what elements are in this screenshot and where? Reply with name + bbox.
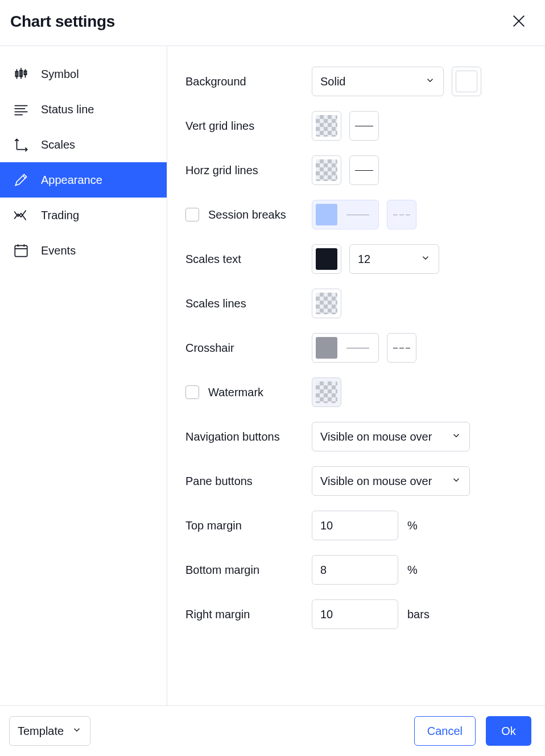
trading-icon <box>13 207 30 224</box>
sidebar-item-status-line[interactable]: Status line <box>0 92 167 127</box>
vert-grid-label: Vert grid lines <box>185 120 312 133</box>
ok-button[interactable]: Ok <box>486 716 531 746</box>
scales-text-label: Scales text <box>185 253 312 266</box>
watermark-label: Watermark <box>208 386 263 399</box>
top-margin-label: Top margin <box>185 519 312 532</box>
sidebar-item-events[interactable]: Events <box>0 233 167 268</box>
horz-grid-line-style[interactable] <box>349 155 379 185</box>
sidebar-item-label: Appearance <box>41 174 102 187</box>
right-margin-unit: bars <box>407 608 430 621</box>
sidebar-item-label: Events <box>41 244 76 257</box>
crosshair-dash-style[interactable] <box>387 333 416 363</box>
background-color-swatch[interactable] <box>452 67 481 96</box>
settings-content: Background Solid Vert grid lines <box>167 46 545 705</box>
chart-settings-dialog: Chart settings Symbol Status line <box>0 0 545 756</box>
bottom-margin-unit: % <box>407 564 418 577</box>
chevron-down-icon <box>451 475 461 488</box>
close-icon <box>511 13 527 31</box>
dialog-title: Chart settings <box>10 13 115 31</box>
sidebar-item-label: Symbol <box>41 68 79 81</box>
vert-grid-line-style[interactable] <box>349 111 379 141</box>
sidebar-item-label: Trading <box>41 209 79 222</box>
top-margin-input[interactable] <box>312 511 398 540</box>
background-label: Background <box>185 75 312 88</box>
bottom-margin-input[interactable] <box>312 555 398 585</box>
session-breaks-dash-style[interactable] <box>387 200 416 229</box>
cancel-button[interactable]: Cancel <box>414 716 476 746</box>
sidebar-item-label: Status line <box>41 103 94 116</box>
nav-buttons-select[interactable]: Visible on mouse over <box>312 422 470 451</box>
top-margin-unit: % <box>407 519 418 532</box>
bottom-margin-label: Bottom margin <box>185 564 312 577</box>
crosshair-color-line[interactable] <box>312 333 379 363</box>
horz-grid-color-swatch[interactable] <box>312 155 341 185</box>
right-margin-label: Right margin <box>185 608 312 621</box>
svg-rect-0 <box>15 245 27 256</box>
nav-buttons-label: Navigation buttons <box>185 430 312 443</box>
background-type-select[interactable]: Solid <box>312 67 444 96</box>
sidebar-item-trading[interactable]: Trading <box>0 198 167 233</box>
sidebar-item-label: Scales <box>41 138 75 151</box>
sidebar: Symbol Status line Scales Appearance <box>0 46 167 705</box>
sidebar-item-appearance[interactable]: Appearance <box>0 162 167 198</box>
session-breaks-label: Session breaks <box>208 208 286 221</box>
status-line-icon <box>13 101 30 118</box>
close-button[interactable] <box>509 11 529 32</box>
pane-buttons-select[interactable]: Visible on mouse over <box>312 466 470 496</box>
sidebar-item-symbol[interactable]: Symbol <box>0 56 167 92</box>
scales-text-color-swatch[interactable] <box>312 244 341 274</box>
watermark-color-swatch[interactable] <box>312 377 341 407</box>
chevron-down-icon <box>451 430 461 443</box>
pencil-icon <box>13 171 30 188</box>
calendar-icon <box>13 242 30 259</box>
watermark-checkbox[interactable] <box>185 385 199 399</box>
scales-lines-color-swatch[interactable] <box>312 289 341 318</box>
crosshair-label: Crosshair <box>185 342 312 355</box>
select-value: Solid <box>320 75 345 88</box>
session-breaks-checkbox[interactable] <box>185 208 199 221</box>
scales-text-size-select[interactable]: 12 <box>349 244 439 274</box>
select-value: 12 <box>358 253 370 266</box>
session-breaks-color-line[interactable] <box>312 200 379 229</box>
scales-icon <box>13 136 30 153</box>
chevron-down-icon <box>425 75 435 88</box>
pane-buttons-label: Pane buttons <box>185 475 312 488</box>
template-label: Template <box>18 725 64 738</box>
chevron-down-icon <box>420 253 431 266</box>
horz-grid-label: Horz grid lines <box>185 164 312 177</box>
sidebar-item-scales[interactable]: Scales <box>0 127 167 162</box>
candles-icon <box>13 65 30 83</box>
template-select[interactable]: Template <box>9 716 90 746</box>
scales-lines-label: Scales lines <box>185 297 312 310</box>
chevron-down-icon <box>72 725 82 738</box>
select-value: Visible on mouse over <box>320 475 432 488</box>
select-value: Visible on mouse over <box>320 430 432 443</box>
vert-grid-color-swatch[interactable] <box>312 111 341 141</box>
right-margin-input[interactable] <box>312 599 398 629</box>
